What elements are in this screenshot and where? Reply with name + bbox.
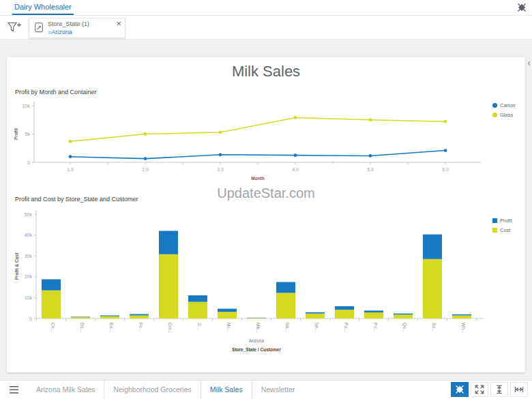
legend-item-carton[interactable]: Carton [492, 102, 516, 108]
category-label: Pri... [373, 323, 378, 332]
data-point-glass[interactable] [369, 118, 372, 121]
legend-item-cost[interactable]: Cost [492, 227, 512, 233]
filter-bar: Store_State (1) =Arizona × [0, 16, 532, 40]
category-label: Ne... [314, 323, 319, 332]
bar-segment-profit[interactable] [218, 309, 237, 312]
x-tick-label: 2.0 [142, 167, 149, 172]
bar-segment-profit[interactable] [306, 312, 325, 314]
category-label: Pu... [344, 323, 349, 332]
report-page: Milk Sales Profit by Month and Container… [7, 57, 525, 372]
data-point-glass[interactable] [69, 140, 72, 143]
category-label: Mik... [256, 323, 261, 334]
x-tick-label: 3.0 [217, 167, 224, 172]
bar-segment-cost[interactable] [247, 318, 266, 319]
actual-size-button[interactable] [471, 382, 488, 397]
fit-height-button[interactable] [490, 382, 508, 397]
line-series-glass [70, 117, 445, 141]
bar-segment-cost[interactable] [159, 254, 178, 319]
bar-segment-cost[interactable] [364, 312, 383, 319]
bar-segment-cost[interactable] [188, 302, 207, 319]
data-point-glass[interactable] [294, 116, 297, 119]
bar-segment-profit[interactable] [42, 279, 61, 290]
bar-segment-cost[interactable] [394, 314, 413, 319]
bar-segment-cost[interactable] [452, 315, 471, 319]
legend-label: Profit [500, 218, 512, 224]
profit-cost-by-customer-chart: 010k20k30k40k50kCh...Do...Eu...Fo...Gol.… [12, 205, 490, 366]
filter-chip-value[interactable]: =Arizona [48, 28, 89, 36]
bar-segment-cost[interactable] [42, 291, 61, 319]
category-label: Ji... [197, 323, 202, 329]
fit-width-button[interactable] [510, 382, 528, 397]
line-chart-legend: CartonGlass [492, 102, 516, 121]
bar-segment-profit[interactable] [364, 310, 383, 312]
bar-segment-profit[interactable] [423, 235, 442, 259]
bar-segment-cost[interactable] [423, 259, 442, 319]
data-point-carton[interactable] [69, 155, 72, 158]
sheet-tab-newsletter[interactable]: Newsletter [252, 381, 304, 399]
page-title: Milk Sales [7, 63, 525, 80]
document-tab[interactable]: Dairy Wholesaler [12, 0, 74, 15]
sheet-tab-neighborhood-groceries[interactable]: Neighborhood Groceries [104, 381, 200, 399]
bar-segment-cost[interactable] [100, 316, 119, 319]
bar-segment-profit[interactable] [100, 315, 119, 316]
data-point-glass[interactable] [144, 132, 147, 136]
category-label: Fo... [138, 323, 143, 331]
x-axis-title: Store_State / Customer [232, 347, 281, 352]
legend-marker [492, 228, 497, 233]
data-point-carton[interactable] [144, 157, 147, 160]
y-tick-label: 10k [23, 104, 31, 108]
profit-by-month-chart: 05k10k1.02.03.04.05.06.0MonthProfit [12, 96, 490, 188]
app-window: Dairy Wholesaler [0, 0, 532, 399]
bar-segment-profit[interactable] [130, 314, 149, 316]
sheet-tab-milk-sales[interactable]: Milk Sales [201, 381, 252, 399]
x-tick-label: 6.0 [442, 167, 449, 172]
sheet-tab-arizona-milk-sales[interactable]: Arizona Milk Sales [27, 381, 104, 399]
bar-segment-cost[interactable] [130, 315, 149, 319]
menu-icon[interactable] [10, 386, 18, 394]
sheet-tab-bar: Arizona Milk Sales Neighborhood Grocerie… [0, 380, 532, 399]
bar-segment-profit[interactable] [276, 282, 295, 293]
bar-segment-cost[interactable] [71, 317, 90, 319]
fullscreen-button[interactable] [516, 2, 527, 13]
legend-marker [492, 103, 497, 108]
bar-segment-profit[interactable] [188, 295, 207, 301]
legend-marker [492, 218, 497, 223]
line-chart-title: Profit by Month and Container [15, 89, 97, 95]
fullscreen-icon [517, 3, 527, 12]
legend-item-glass[interactable]: Glass [492, 112, 516, 118]
data-point-glass[interactable] [444, 120, 447, 123]
data-point-carton[interactable] [294, 153, 297, 157]
bar-segment-cost[interactable] [335, 310, 354, 319]
category-label: Ch... [50, 323, 55, 332]
bar-segment-cost[interactable] [276, 293, 295, 319]
collapse-panel-icon[interactable]: ‹ [527, 57, 531, 68]
fit-width-icon [514, 385, 524, 394]
y-tick-label: 50k [25, 212, 33, 217]
filter-chip-store-state[interactable]: Store_State (1) =Arizona × [29, 18, 125, 38]
data-point-carton[interactable] [369, 154, 372, 158]
bar-segment-cost[interactable] [218, 312, 237, 319]
bar-segment-profit[interactable] [394, 314, 413, 315]
bar-chart-legend: ProfitCost [492, 218, 512, 237]
bar-segment-profit[interactable] [452, 314, 471, 316]
bar-segment-profit[interactable] [159, 231, 178, 254]
data-point-glass[interactable] [219, 131, 222, 134]
fit-to-screen-button[interactable] [451, 382, 469, 397]
legend-item-profit[interactable]: Profit [492, 218, 512, 224]
y-tick-label: 20k [25, 274, 33, 279]
bar-segment-profit[interactable] [335, 306, 354, 310]
data-point-carton[interactable] [444, 149, 447, 152]
category-label: Gol... [168, 323, 173, 334]
legend-label: Cost [500, 227, 510, 233]
bar-chart-title: Profit and Cost by Store_State and Custo… [15, 196, 138, 203]
bar-segment-profit[interactable] [71, 316, 90, 317]
legend-marker [492, 113, 497, 117]
remove-filter-icon[interactable]: × [116, 18, 121, 29]
line-series-carton [70, 151, 445, 159]
group-label: Arizona [249, 338, 264, 343]
filter-chip-text: Store_State (1) =Arizona [48, 20, 89, 36]
add-filter-button[interactable] [8, 21, 23, 33]
report-canvas: ‹ Milk Sales Profit by Month and Contain… [0, 40, 532, 380]
bar-segment-cost[interactable] [306, 314, 325, 319]
data-point-carton[interactable] [219, 153, 222, 156]
